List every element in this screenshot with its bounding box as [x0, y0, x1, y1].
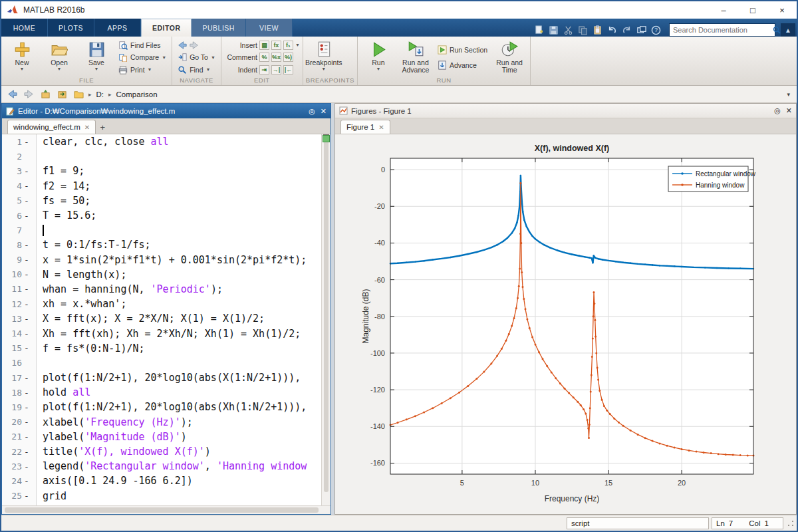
folder-icon[interactable] — [72, 88, 85, 101]
open-button[interactable]: Open ▼ — [41, 38, 77, 76]
figure-tab-close-icon[interactable]: ✕ — [378, 124, 384, 131]
minimize-button[interactable]: – — [709, 1, 738, 19]
editor-horizontal-scrollbar[interactable] — [2, 505, 331, 514]
compare-button[interactable]: Compare ▼ — [116, 52, 169, 63]
ribbon-tab-publish[interactable]: PUBLISH — [192, 19, 245, 37]
insert-function-icon[interactable]: f₁ — [283, 41, 293, 50]
cursor-position-field: Ln7 Col1 — [712, 517, 783, 529]
figures-panel-menu-icon[interactable]: ◎ — [774, 107, 781, 114]
ribbon-tab-apps[interactable]: APPS — [94, 19, 141, 37]
search-documentation-input[interactable] — [670, 26, 771, 34]
indent-right-icon[interactable]: →| — [271, 65, 281, 74]
editor-panel-title: Editor - D:₩Comparison₩windowing_effect.… — [18, 107, 175, 115]
collapse-ribbon-button[interactable]: ▲ — [781, 23, 795, 37]
figure-plot[interactable]: 51015200-20-40-60-80-100-120-140-160X(f)… — [336, 136, 796, 513]
svg-text:-120: -120 — [370, 386, 384, 394]
comment-icon[interactable]: % — [259, 53, 269, 62]
advance-button[interactable]: Advance — [435, 59, 490, 70]
breadcrumb-d[interactable]: D: — [94, 90, 106, 99]
editor-vertical-scrollbar[interactable] — [321, 134, 331, 505]
find-button[interactable]: Find ▼ — [175, 64, 218, 75]
browse-icon — [57, 89, 67, 99]
svg-text:10: 10 — [531, 479, 539, 487]
save-icon[interactable] — [547, 23, 560, 37]
copy-icon[interactable] — [576, 23, 589, 37]
forward-icon[interactable] — [22, 88, 35, 101]
save-icon — [549, 25, 559, 35]
run-button[interactable]: Run ▼ — [360, 38, 396, 76]
new-script-icon — [534, 25, 544, 35]
code-health-indicator[interactable] — [323, 135, 330, 142]
help-icon: ? — [651, 25, 661, 35]
back-icon[interactable] — [5, 88, 19, 101]
navigate-back-forward[interactable] — [175, 39, 218, 51]
ribbon-tab-home[interactable]: HOME — [1, 19, 48, 37]
line-number: 15 — [2, 343, 22, 353]
indent-left-icon[interactable]: |← — [283, 65, 293, 74]
tab-windowing-effect[interactable]: windowing_effect.m ✕ — [7, 120, 96, 134]
insert-section-icon[interactable]: ▤ — [259, 41, 269, 50]
goto-icon — [178, 53, 187, 62]
code-line: hold all — [37, 385, 321, 400]
help-icon[interactable]: ? — [649, 23, 662, 37]
line-number: 12 — [2, 299, 22, 309]
close-button[interactable]: × — [767, 1, 797, 19]
up-folder-icon[interactable] — [39, 88, 52, 101]
maximize-button[interactable]: □ — [738, 1, 767, 19]
save-icon-lg — [88, 41, 105, 58]
breakpoints-button[interactable]: Breakpoints ▼ — [306, 38, 342, 76]
paste-icon[interactable] — [591, 23, 604, 37]
browse-icon[interactable] — [55, 88, 68, 101]
code-pane[interactable]: clear, clc, close allf1 = 9;f2 = 14;fs =… — [37, 134, 321, 505]
new-button[interactable]: New ▼ — [4, 38, 40, 76]
folder-icon — [74, 89, 84, 99]
insert-fx-icon[interactable]: fx — [271, 41, 281, 50]
tab-close-icon[interactable]: ✕ — [84, 124, 90, 131]
breadcrumb-comparison[interactable]: Comparison — [114, 90, 160, 99]
run-section-button[interactable]: Run Section — [435, 44, 490, 55]
line-number: 4 — [2, 181, 22, 191]
svg-text:20: 20 — [677, 479, 685, 487]
status-bar: script Ln7 Col1 — [1, 515, 797, 531]
tab-figure-1[interactable]: Figure 1 ✕ — [340, 120, 390, 134]
code-line: Xh = fft(xh); Xh = 2*Xh/N; Xh(1) = Xh(1)… — [37, 326, 321, 340]
run-and-advance-button[interactable]: Run and Advance — [398, 38, 434, 76]
resize-grip[interactable] — [787, 520, 794, 527]
code-line: f = fs*(0:N-1)/N; — [37, 341, 321, 356]
cut-icon[interactable] — [561, 23, 575, 37]
window-title: MATLAB R2016b — [23, 5, 85, 15]
new-script-icon[interactable] — [532, 23, 545, 37]
save-button[interactable]: Save ▼ — [78, 38, 114, 76]
find-files-button[interactable]: Find Files — [116, 39, 169, 51]
address-dropdown-icon[interactable]: ▾ — [787, 91, 793, 98]
go-to-button[interactable]: Go To ▼ — [175, 52, 218, 63]
smart-indent-icon[interactable]: ⇥ — [259, 65, 269, 74]
comment-wrap-icon[interactable]: %) — [283, 53, 293, 62]
ribbon-tab-plots[interactable]: PLOTS — [48, 19, 94, 37]
code-line: grid — [37, 489, 321, 503]
line-number: 18 — [2, 388, 22, 398]
ribbon-group-breakpoints: Breakpoints ▼ BREAKPOINTS — [303, 37, 358, 85]
figures-panel-close-icon[interactable]: ✕ — [786, 107, 792, 114]
editor-panel-menu-icon[interactable]: ◎ — [309, 108, 315, 115]
uncomment-icon[interactable]: %x — [271, 53, 281, 62]
up-folder-icon — [41, 89, 51, 99]
ribbon-tab-editor[interactable]: EDITOR — [141, 19, 192, 37]
figures-panel-title: Figures - Figure 1 — [351, 107, 412, 115]
redo-icon[interactable] — [620, 23, 633, 37]
svg-text:-80: -80 — [374, 312, 385, 320]
switch-window-icon[interactable] — [634, 23, 648, 37]
undo-icon[interactable] — [605, 23, 618, 37]
code-line: axis([0.1 24.9 -166 6.2]) — [37, 473, 321, 488]
run-and-time-button[interactable]: Run and Time — [491, 38, 527, 76]
code-line: whan = hanning(N, 'Periodic'); — [37, 282, 321, 297]
code-editor[interactable]: 1 - 2 3 - 4 - 5 - 6 - 7 8 - 9 - 10 - 11 … — [2, 134, 331, 505]
editor-panel-close-icon[interactable]: ✕ — [321, 108, 327, 115]
print-button[interactable]: Print ▼ — [116, 64, 169, 75]
line-number: 1 — [2, 137, 22, 147]
code-line: t = 0:1/fs:T-1/fs; — [37, 237, 321, 252]
new-tab-button[interactable]: + — [96, 120, 109, 134]
line-number: 17 — [2, 373, 22, 383]
ribbon-tab-view[interactable]: VIEW — [246, 19, 293, 37]
line-number: 3 — [2, 166, 22, 176]
